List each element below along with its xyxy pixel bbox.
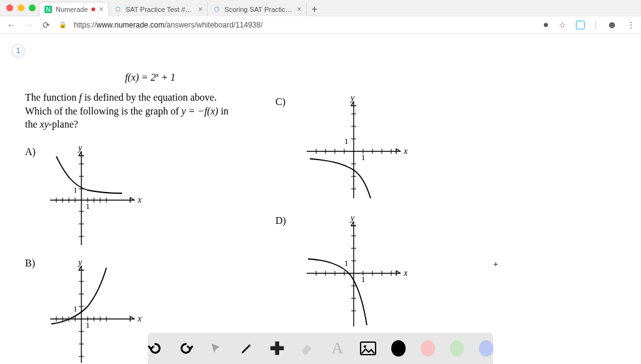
question-block: f(x) = 2x + 1 The function f is defined … — [25, 70, 275, 131]
option-label-a: A) — [25, 146, 36, 158]
account-icon[interactable]: ☻ — [607, 19, 617, 31]
tab-title: SAT Practice Test #5 | SAT Su… — [125, 6, 194, 13]
url-host: www.numerade.com — [96, 21, 165, 29]
separator: | — [595, 21, 597, 29]
image-tool[interactable] — [360, 340, 376, 357]
whiteboard-toolbar: ✚ A — [148, 333, 493, 364]
browser-tab-sat-practice[interactable]: ⬡ SAT Practice Test #5 | SAT Su… × — [109, 2, 208, 16]
tab-title: Scoring SAT Practice Test 5 | S… — [224, 6, 293, 13]
close-tab-button[interactable]: × — [99, 5, 103, 14]
option-label-b: B) — [25, 258, 35, 269]
pointer-tool[interactable] — [208, 340, 223, 357]
option-label-c: C) — [275, 96, 285, 108]
browser-tab-sat-scoring[interactable]: ⬡ Scoring SAT Practice Test 5 | S… × — [208, 2, 307, 16]
maximize-window-button[interactable] — [29, 4, 36, 11]
add-tool[interactable]: ✚ — [269, 340, 284, 357]
redo-button[interactable] — [178, 340, 193, 357]
window-controls — [6, 4, 36, 11]
live-indicator-icon — [91, 8, 95, 11]
back-button[interactable]: ← — [6, 20, 16, 30]
tick-y1: 1 — [73, 185, 78, 195]
reload-button[interactable]: ⟳ — [41, 20, 51, 30]
url-scheme: https:// — [74, 21, 96, 29]
tick-x1: 1 — [361, 275, 366, 284]
tab-title: Numerade — [56, 6, 88, 13]
menu-button[interactable]: ⋮ — [627, 21, 635, 29]
graph-option-a: x y 1 1 — [44, 145, 144, 251]
color-swatch-green[interactable] — [450, 340, 464, 356]
graph-option-b: x y 1 1 — [44, 256, 144, 364]
new-tab-button[interactable]: + — [307, 4, 322, 15]
browser-toolbar: ← → ⟳ 🔒 https://www.numerade.com/answers… — [0, 16, 641, 34]
tick-x1: 1 — [361, 153, 366, 162]
close-window-button[interactable] — [6, 4, 13, 11]
close-tab-button[interactable]: × — [198, 5, 202, 14]
y-axis-label: y — [349, 95, 355, 103]
favicon-collegeboard-icon: ⬡ — [213, 6, 220, 13]
close-tab-button[interactable]: × — [297, 5, 301, 14]
text-tool[interactable]: A — [330, 340, 345, 357]
option-label-d: D) — [275, 215, 286, 226]
color-swatch-red[interactable] — [421, 340, 435, 356]
graph-option-d: x y 1 1 — [300, 214, 413, 333]
x-axis-label: x — [137, 195, 142, 205]
minimize-window-button[interactable] — [18, 4, 24, 11]
color-swatch-blue[interactable] — [479, 340, 493, 356]
forward-button[interactable]: → — [24, 20, 34, 30]
address-bar[interactable]: https://www.numerade.com/answers/whitebo… — [74, 21, 263, 29]
pencil-tool[interactable] — [238, 340, 254, 357]
recording-icon[interactable]: ⏺ — [543, 21, 549, 28]
browser-tab-numerade[interactable]: N Numerade × — [39, 2, 109, 16]
eraser-tool[interactable] — [299, 340, 314, 357]
tick-y1: 1 — [344, 136, 349, 146]
y-axis-label: y — [349, 214, 355, 223]
graph-option-c: x y 1 1 — [300, 95, 413, 208]
equation: f(x) = 2x + 1 — [25, 70, 275, 84]
crosshair-cursor-icon: + — [493, 259, 498, 269]
favicon-numerade: N — [44, 6, 52, 13]
x-axis-label: x — [137, 314, 142, 323]
y-axis-label: y — [77, 145, 83, 153]
lock-icon: 🔒 — [59, 21, 66, 28]
y-axis-label: y — [77, 258, 83, 267]
x-axis-label: x — [403, 146, 408, 156]
page-content: 1 f(x) = 2x + 1 The function f is define… — [0, 34, 641, 364]
url-path: /answers/whiteboard/114938/ — [165, 21, 263, 29]
tick-x1: 1 — [86, 320, 90, 330]
extension-icon[interactable] — [576, 21, 585, 29]
tick-x1: 1 — [86, 201, 90, 211]
tab-strip: N Numerade × ⬡ SAT Practice Test #5 | SA… — [39, 2, 322, 16]
undo-button[interactable] — [148, 340, 163, 357]
window-titlebar: N Numerade × ⬡ SAT Practice Test #5 | SA… — [0, 0, 641, 16]
svg-point-65 — [364, 345, 366, 348]
question-text: The function f is defined by the equatio… — [25, 91, 275, 131]
bookmark-star-button[interactable]: ☆ — [559, 21, 566, 29]
slide-number-badge[interactable]: 1 — [11, 44, 25, 58]
favicon-collegeboard-icon: ⬡ — [114, 6, 121, 13]
tick-y1: 1 — [73, 304, 78, 313]
x-axis-label: x — [403, 268, 408, 278]
toolbar-right: ⏺ ☆ | ☻ ⋮ — [543, 19, 635, 31]
tick-y1: 1 — [344, 258, 349, 268]
color-swatch-black[interactable] — [391, 340, 406, 356]
